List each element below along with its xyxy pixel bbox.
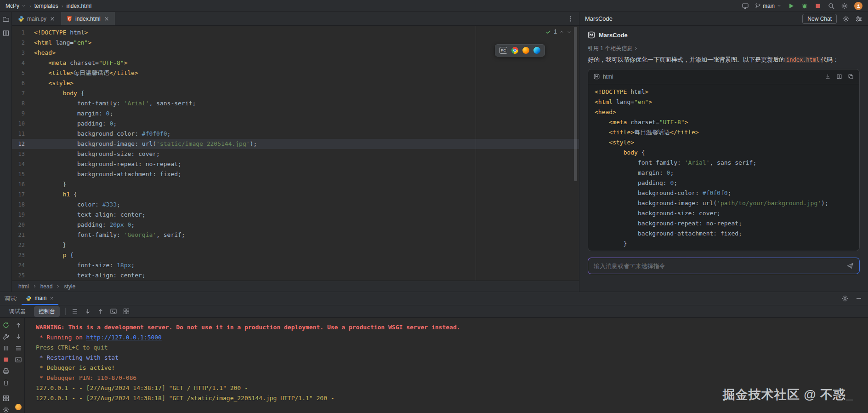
chrome-icon[interactable] — [511, 47, 518, 54]
crumb-html[interactable]: html — [18, 283, 29, 290]
editor-line[interactable]: 3<head> — [12, 48, 579, 58]
editor[interactable]: 1<!DOCTYPE html>2<html lang="en">3<head>… — [12, 26, 579, 281]
plugin-status-icon[interactable] — [15, 404, 22, 410]
crumb-style[interactable]: style — [64, 283, 75, 290]
editor-line[interactable]: 7 body { — [12, 88, 579, 98]
list-icon[interactable] — [15, 344, 22, 352]
line-number: 24 — [12, 260, 34, 270]
editor-line[interactable]: 4 <meta charset="UTF-8"> — [12, 58, 579, 68]
list-icon[interactable] — [71, 308, 79, 315]
search-everywhere-button[interactable] — [828, 2, 835, 10]
breadcrumb-templates[interactable]: templates — [34, 3, 58, 9]
gear-icon[interactable] — [2, 406, 10, 413]
debug-settings-icon[interactable] — [841, 295, 849, 302]
wrench-icon[interactable] — [2, 333, 10, 340]
pause-icon[interactable] — [2, 344, 10, 352]
hide-panel-icon[interactable] — [855, 295, 862, 302]
editor-line[interactable]: 12 background-image: url('static/image_2… — [12, 139, 579, 149]
marscode-logo-icon — [588, 31, 595, 39]
tab-main-py[interactable]: main.py — [13, 12, 61, 25]
editor-line[interactable]: 17 h1 { — [12, 189, 579, 200]
marscode-options-icon[interactable] — [855, 15, 862, 23]
editor-line[interactable]: 22 } — [12, 240, 579, 250]
editor-line[interactable]: 2<html lang="en"> — [12, 38, 579, 48]
editor-line[interactable]: 10 padding: 0; — [12, 119, 579, 129]
structure-tool-icon[interactable] — [2, 29, 10, 37]
arrow-up-icon[interactable] — [15, 321, 22, 329]
editor-line[interactable]: 23 p { — [12, 250, 579, 260]
git-branch-widget[interactable]: main — [755, 3, 782, 9]
editor-line[interactable]: 19 text-align: center; — [12, 210, 579, 220]
grid-icon[interactable] — [2, 395, 10, 402]
console-line: WARNING: This is a development server. D… — [36, 322, 868, 333]
editor-line[interactable]: 8 font-family: 'Arial', sans-serif; — [12, 98, 579, 109]
tab-options-icon[interactable] — [567, 15, 574, 23]
card-code[interactable]: <!DOCTYPE html><html lang="en"><head> <m… — [588, 84, 859, 251]
debug-button[interactable] — [801, 2, 808, 10]
assistant-header: MarsCode — [588, 30, 860, 40]
send-icon[interactable] — [846, 262, 854, 270]
editor-line[interactable]: 9 margin: 0; — [12, 109, 579, 119]
settings-button[interactable] — [841, 2, 848, 10]
editor-line[interactable]: 15 background-attachment: fixed; — [12, 169, 579, 179]
code-text: <html lang="en"> — [34, 38, 91, 48]
chat-input-box[interactable] — [588, 258, 860, 274]
diff-code-icon[interactable] — [836, 74, 842, 80]
stop-icon[interactable] — [2, 356, 10, 363]
close-icon[interactable] — [49, 296, 54, 301]
editor-line[interactable]: 6 <style> — [12, 78, 579, 88]
tab-debugger[interactable]: 调试器 — [5, 306, 30, 317]
edge-icon[interactable] — [533, 47, 540, 54]
chat-input[interactable] — [594, 263, 843, 270]
trash-icon[interactable] — [2, 379, 10, 386]
rerun-icon[interactable] — [2, 321, 10, 329]
breadcrumb-index-html[interactable]: index.html — [66, 3, 91, 9]
marscode-settings-icon[interactable] — [842, 15, 850, 23]
arrow-down-icon[interactable] — [15, 333, 22, 340]
editor-line[interactable]: 25 text-align: center; — [12, 270, 579, 281]
editor-line[interactable]: 18 color: #333; — [12, 200, 579, 210]
console-icon[interactable] — [110, 308, 117, 315]
close-icon[interactable] — [49, 16, 56, 22]
copy-code-icon[interactable] — [848, 74, 854, 80]
built-in-preview-icon[interactable]: PC — [499, 47, 507, 54]
arrow-down-icon[interactable] — [84, 308, 91, 315]
tab-console[interactable]: 控制台 — [34, 306, 60, 317]
new-chat-button[interactable]: New Chat — [802, 14, 837, 24]
crumb-head[interactable]: head — [40, 283, 53, 290]
prev-problem-icon[interactable] — [559, 29, 564, 34]
grid-icon[interactable] — [123, 308, 130, 315]
project-selector[interactable]: McPy — [6, 3, 26, 9]
arrow-up-icon[interactable] — [97, 308, 104, 315]
insert-code-icon[interactable] — [825, 74, 831, 80]
editor-line[interactable]: 16 } — [12, 179, 579, 189]
editor-line[interactable]: 13 background-size: cover; — [12, 149, 579, 159]
project-tool-icon[interactable] — [2, 16, 10, 23]
session-tab-label: main — [34, 295, 46, 301]
console-link[interactable]: http://127.0.0.1:5000 — [86, 334, 162, 341]
editor-line[interactable]: 24 font-size: 18px; — [12, 260, 579, 270]
editor-line[interactable]: 20 padding: 20px 0; — [12, 220, 579, 230]
code-text: font-family: 'Georgia', serif; — [34, 230, 185, 240]
html-file-icon — [66, 16, 73, 22]
firefox-icon[interactable] — [522, 47, 529, 54]
editor-line[interactable]: 5 <title>每日温馨话语</title> — [12, 68, 579, 78]
user-avatar[interactable] — [854, 2, 862, 10]
line-number: 1 — [12, 28, 34, 38]
editor-line[interactable]: 11 background-color: #f0f0f0; — [12, 129, 579, 139]
print-icon[interactable] — [2, 367, 10, 375]
editor-line[interactable]: 1<!DOCTYPE html> — [12, 28, 579, 38]
close-icon[interactable] — [103, 16, 110, 22]
reference-link[interactable]: 引用 1 个相关信息 — [588, 43, 860, 53]
tab-index-html[interactable]: index.html — [61, 12, 115, 25]
console-icon[interactable] — [15, 356, 22, 363]
editor-line[interactable]: 21 font-family: 'Georgia', serif; — [12, 230, 579, 240]
editor-scrollbar[interactable] — [574, 27, 577, 181]
inspection-widget[interactable]: 1 — [545, 29, 572, 35]
next-problem-icon[interactable] — [567, 29, 572, 34]
run-button[interactable] — [788, 2, 795, 10]
editor-line[interactable]: 14 background-repeat: no-repeat; — [12, 159, 579, 169]
debug-session-tab[interactable]: main — [22, 292, 58, 305]
device-preview-icon[interactable] — [742, 2, 749, 10]
stop-button[interactable] — [814, 2, 822, 10]
